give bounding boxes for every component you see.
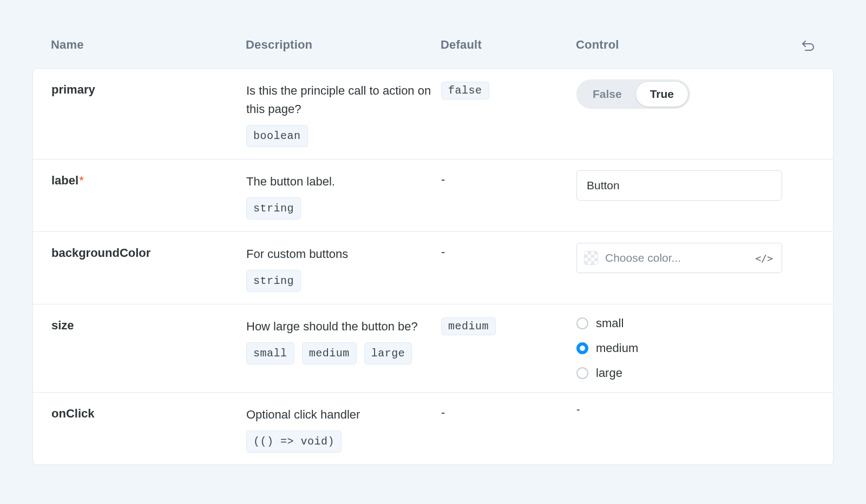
undo-icon [801,39,815,51]
arg-control [576,169,782,201]
type-pill: string [246,197,301,220]
column-header-description: Description [246,38,441,52]
arg-name: backgroundColor [51,242,246,260]
required-star-icon: * [79,174,84,187]
arg-description: For custom buttons string [246,242,441,292]
column-header-name: Name [51,38,246,52]
table-header: Name Description Default Control [32,22,834,68]
column-header-control: Control [576,38,783,52]
color-swatch-icon [585,251,598,264]
arg-default: false [441,78,576,100]
arg-default: - [441,242,576,259]
color-picker[interactable]: Choose color... </> [576,243,782,273]
arg-control: Choose color... </> [576,242,782,273]
arg-description: How large should the button be? small me… [246,314,441,364]
code-toggle-icon[interactable]: </> [755,253,773,264]
arg-control: False True [576,78,782,109]
default-pill: false [441,82,489,100]
radio-option-large[interactable]: large [576,366,782,380]
arg-name: onClick [51,402,246,421]
type-pill: (() => void) [246,430,342,453]
radio-option-medium[interactable]: medium [576,341,782,355]
type-pill: string [246,270,301,292]
column-header-default: Default [441,38,576,52]
table-row: backgroundColor For custom buttons strin… [33,232,833,304]
arg-default: medium [441,314,576,335]
reset-button[interactable] [801,39,815,51]
arg-description: Optional click handler (() => void) [246,402,441,453]
type-pill: small [246,342,294,364]
arg-control: - [576,402,782,416]
boolean-toggle[interactable]: False True [576,79,690,109]
arg-description: The button label. string [246,169,441,220]
type-pill: large [364,342,412,364]
arg-name: size [51,314,246,333]
arg-name: label* [51,169,246,188]
table-row: label* The button label. string - [33,160,833,232]
type-pill: boolean [246,125,308,147]
arg-control: small medium large [576,314,782,380]
arg-default: - [441,169,576,187]
color-placeholder: Choose color... [605,251,681,264]
args-table: primary Is this the principle call to ac… [32,68,834,465]
toggle-true-button[interactable]: True [636,82,688,107]
label-input[interactable] [576,170,782,201]
table-row: primary Is this the principle call to ac… [33,69,833,160]
radio-group: small medium large [576,315,782,380]
toggle-false-button[interactable]: False [579,82,636,107]
radio-icon [576,342,588,354]
arg-name: primary [51,78,246,97]
arg-default: - [441,402,576,420]
arg-description: Is this the principle call to action on … [246,78,441,147]
radio-option-small[interactable]: small [576,316,782,330]
radio-icon [576,317,588,329]
table-row: onClick Optional click handler (() => vo… [33,393,833,465]
radio-icon [576,367,588,379]
type-pill: medium [302,342,357,364]
default-pill: medium [441,317,496,335]
table-row: size How large should the button be? sma… [33,304,833,393]
